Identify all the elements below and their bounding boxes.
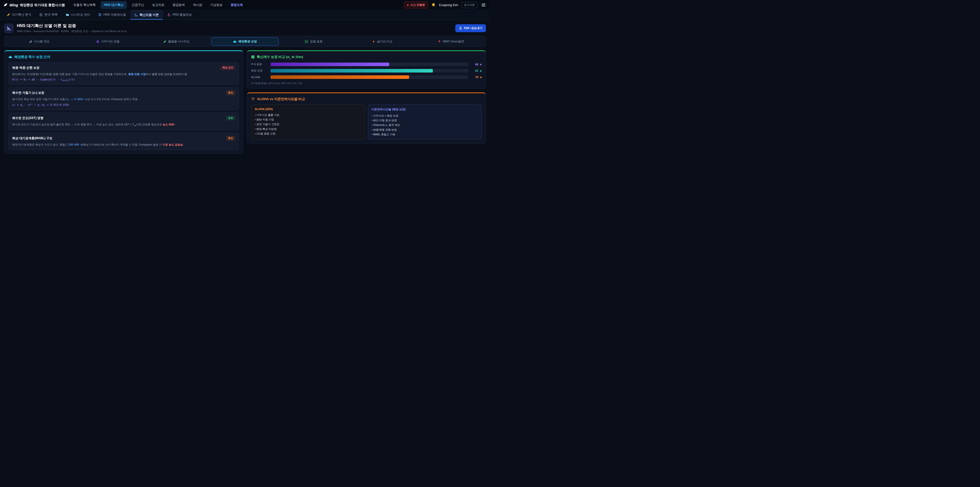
factor-surface-roughness: 해수면 거칠기 (z₀) 보정 중요 해수면은 육상 대비 표면 거칠기가 매우… [8, 87, 239, 110]
main-content: 해양환경 특수 보정 인자 해풍·육풍 순환 보정 핵심 인자 해안에서는 주간… [0, 50, 490, 154]
pdf-export-button[interactable]: PDF 내보내기 [455, 24, 486, 32]
brand[interactable]: Wing 해양환경 위기대응 통합시스템 [3, 3, 65, 7]
wing-logo-icon [3, 3, 8, 7]
bar-row-ocean-corrected: 해양 보정 92 m [251, 69, 482, 72]
pdf-export-label: PDF 내보내기 [464, 26, 482, 30]
overview-chart-icon [29, 40, 32, 43]
factor-title: 해수면 거칠기 (z₀) 보정 [12, 91, 44, 95]
bar-fill-aloha [270, 75, 409, 79]
gaussian-circle-icon [96, 40, 99, 43]
nav-item-oil-spill[interactable]: 유출유 확산예측 [70, 1, 99, 9]
factor-body: 해수면 온도가 기온보다 높으면 열적 불안정 촉진 → 수직 혼합 증가 → … [12, 122, 235, 127]
tab-hns-manual[interactable]: HNS 대응매뉴얼 [94, 10, 130, 20]
section-tab-ocean-correction[interactable]: 해양환경 보정 [211, 37, 279, 46]
sub-tab-bar: 대기확산 분석 분석 목록 시나리오 관리 HNS 대응매뉴얼 확산모델 이론 … [0, 10, 490, 20]
bar-label: ALOHA [251, 76, 268, 79]
factor-badge: 보조 [226, 116, 235, 121]
chart-footnote: ※ D등급(중립), 풍속 5 m/s, 풍하거리 1 km 기준 [251, 82, 482, 85]
factor-mabl-structure: 해상 대기경계층(MABL) 구조 중요 해양 대기경계층은 육상과 구조가 상… [8, 133, 239, 150]
section-tab-bar: 시스템 개요 가우시안 모델 물질별 시나리오 해양환경 보정 모델 검증 실시… [4, 36, 486, 47]
bar-value: 78 m [471, 76, 482, 79]
page-header-text: HNS 대기확산 모델 이론 및 검증 WRF-Chem · Gaussian … [17, 23, 127, 33]
list-item: 평탄 지형 가정 [255, 117, 361, 122]
tab-label: 확산모델 이론 [140, 13, 159, 17]
section-tab-label: 시스템 개요 [34, 40, 49, 43]
incident-status-label: 사고 진행중 [410, 3, 425, 7]
bar-fill-pg [270, 62, 389, 66]
lee-model-box: 이문진박사모델 (해양 보정) 가우시안 + 해양 보정 해안 지형 효과 반영… [368, 104, 482, 140]
top-nav: Wing 해양환경 위기대응 통합시스템 유출유 확산예측 HNS·대기확산 긴… [0, 0, 490, 10]
tab-label: HNS 대응매뉴얼 [103, 13, 126, 17]
list-icon [39, 13, 43, 16]
model-comparison-heading: ALOHA vs 이문진박사모델 비교 [251, 97, 482, 101]
hamburger-menu-button[interactable] [480, 2, 487, 8]
aloha-model-box: ALOHA (EPA) 가우시안 플룸 기반 평탄 지형 가정 표면 거칠기 고… [251, 104, 365, 140]
section-tab-realtime-comparison[interactable]: 실시간 비교 [348, 37, 416, 46]
incident-status-badge: 사고 진행중 [404, 2, 428, 8]
factor-badge: 핵심 인자 [221, 65, 235, 70]
factor-body: 해수면은 육상 대비 표면 거칠기가 매우 낮음 (z₀ ≈ 0.0002 m … [12, 97, 235, 101]
list-item: 표면 거칠기 고정값 [255, 122, 361, 126]
ocean-correction-title: 해양환경 특수 보정 인자 [14, 55, 50, 59]
nav-item-aerial-search[interactable]: 항공탐색 [169, 1, 188, 9]
tab-diffusion-model-theory[interactable]: 확산모델 이론 [130, 10, 163, 20]
bar-label: 해양 보정 [251, 69, 268, 72]
app-root: Wing 해양환경 위기대응 통합시스템 유출유 확산예측 HNS·대기확산 긴… [0, 0, 490, 154]
model-comparison-card: ALOHA vs 이문진박사모델 비교 ALOHA (EPA) 가우시안 플룸 … [247, 93, 486, 144]
hamburger-menu-icon [481, 3, 486, 7]
section-tab-wrf-chem[interactable]: WRF-Chem발전 [417, 37, 485, 46]
incident-dot-icon [407, 4, 409, 6]
bar-row-pg-original: P-G 원본 68 m [251, 62, 482, 66]
nav-item-board[interactable]: 게시판 [189, 1, 205, 9]
nav-item-weather[interactable]: 기상정보 [207, 1, 226, 9]
section-tab-gaussian-model[interactable]: 가우시안 모델 [74, 37, 142, 46]
tab-atmos-analysis[interactable]: 대기확산 분석 [3, 10, 35, 20]
scenario-pencil-icon [163, 40, 166, 43]
main-menu: 유출유 확산예측 HNS·대기확산 긴급구난 보고자료 항공탐색 게시판 기상정… [70, 1, 246, 9]
scale-icon [251, 97, 255, 101]
nav-item-emergency-rescue[interactable]: 긴급구난 [128, 1, 147, 9]
nav-item-reports[interactable]: 보고자료 [149, 1, 168, 9]
book-icon [98, 13, 102, 16]
bar-row-aloha: ALOHA 78 m [251, 75, 482, 79]
bar-track [270, 62, 468, 66]
tab-scenario-management[interactable]: 시나리오 관리 [62, 10, 94, 20]
right-column: 확산계수 보정 비교 (σy at 1km) P-G 원본 68 m 해양 보정… [247, 50, 486, 144]
tab-analysis-list[interactable]: 분석 목록 [35, 10, 61, 20]
section-tab-system-overview[interactable]: 시스템 개요 [5, 37, 73, 46]
logout-button[interactable]: 로그아웃 [461, 2, 477, 8]
lee-model-title: 이문진박사모델 (해양 보정) [372, 107, 478, 111]
bar-track [270, 75, 468, 79]
section-tab-label: 가우시안 모델 [101, 40, 119, 43]
section-tab-substance-scenarios[interactable]: 물질별 시나리오 [143, 37, 210, 46]
ruler-header-icon [6, 26, 11, 31]
folder-icon [66, 13, 69, 16]
factor-title: 해상 대기경계층(MABL) 구조 [12, 136, 52, 141]
page-header: HNS 대기확산 모델 이론 및 검증 WRF-Chem · Gaussian … [0, 20, 490, 36]
wrf-rocket-icon [438, 40, 441, 43]
section-tab-model-validation[interactable]: 모델 검증 [280, 37, 347, 46]
validation-check-icon [305, 40, 308, 43]
page-subtitle: WRF-Chem · Gaussian Plume/Puff · ROMS · … [17, 30, 127, 33]
bar-value: 68 m [471, 63, 482, 66]
tab-label: 대기확산 분석 [12, 13, 31, 17]
notification-bell-icon[interactable] [431, 3, 436, 7]
list-item: MABL 혼합고 가변 [372, 132, 478, 137]
nav-item-hns-atmospheric[interactable]: HNS·대기확산 [100, 1, 127, 9]
ocean-cloud-icon [233, 40, 237, 43]
bar-value: 92 m [471, 69, 482, 72]
tab-hns-substance-info[interactable]: HNS 물질정보 [163, 10, 196, 20]
factor-badge: 중요 [226, 90, 235, 95]
factor-title: 해수면 온도(SST) 영향 [12, 116, 43, 120]
flask-icon [167, 13, 170, 16]
bar-fill-ocean [270, 69, 433, 72]
pdf-export-icon [459, 27, 462, 30]
nav-item-integrated-search[interactable]: 통합조회 [228, 1, 246, 9]
user-name: Eunjeong Kim [439, 3, 458, 7]
list-item: 해양 특성 미반영 [255, 127, 361, 131]
cloud-heading-icon [8, 55, 12, 59]
model-comparison-title: ALOHA vs 이문진박사모델 비교 [257, 97, 305, 101]
triangle-ruler-icon [135, 13, 138, 17]
aloha-model-title: ALOHA (EPA) [255, 107, 361, 110]
list-item: 1차원 풍향 고정 [255, 131, 361, 136]
